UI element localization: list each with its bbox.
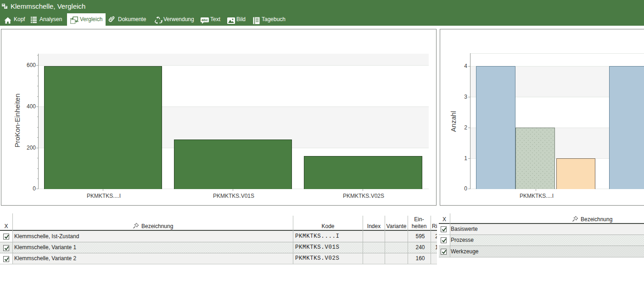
svg-text:abc: abc (202, 18, 208, 22)
